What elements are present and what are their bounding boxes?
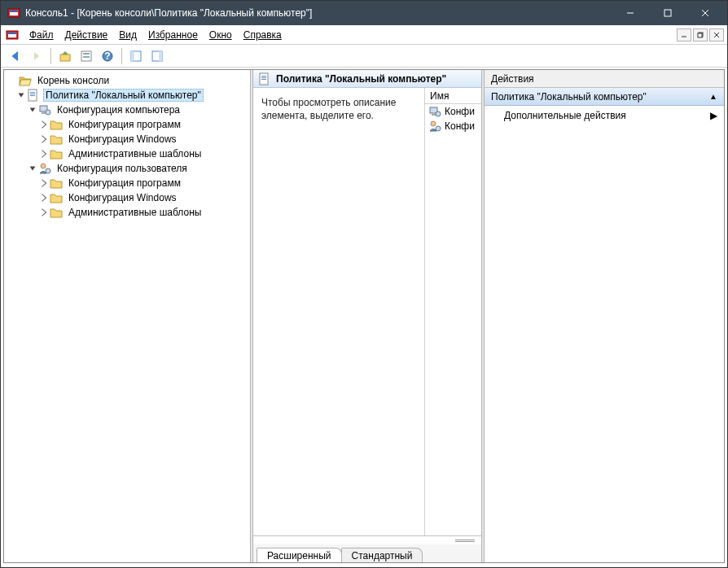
tree-computer-config[interactable]: Конфигурация компьютера — [6, 103, 248, 117]
tree-label: Конфигурация Windows — [66, 133, 179, 146]
expand-icon[interactable] — [38, 207, 50, 218]
menubar: Файл Действие Вид Избранное Окно Справка — [1, 25, 727, 45]
tree-item[interactable]: Административные шаблоны — [6, 205, 248, 220]
column-header-name[interactable]: Имя — [425, 88, 481, 104]
computer-icon — [38, 103, 51, 116]
actions-pane: Действия Политика "Локальный компьютер" … — [485, 70, 724, 562]
menu-view[interactable]: Вид — [113, 28, 143, 42]
svg-rect-23 — [664, 10, 671, 16]
toolbar — [1, 45, 727, 68]
list-item-label: Конфи — [445, 106, 475, 117]
collapse-icon: ▲ — [709, 92, 717, 101]
details-title: Политика "Локальный компьютер" — [276, 73, 446, 85]
up-button[interactable] — [55, 47, 75, 65]
tab-standard[interactable]: Стандартный — [341, 548, 423, 562]
expand-icon[interactable] — [38, 192, 50, 203]
menu-window[interactable]: Окно — [204, 28, 238, 42]
folder-icon — [50, 133, 63, 146]
show-actions-button[interactable] — [147, 47, 167, 65]
list-item-label: Конфи — [445, 120, 475, 132]
mdi-minimize-button[interactable] — [677, 28, 691, 42]
body: Корень консоли Политика "Локальный компь… — [3, 69, 725, 563]
list-item[interactable]: Конфи — [425, 119, 481, 133]
main-window: Консоль1 - [Корень консоли\Политика "Лок… — [0, 0, 728, 568]
tree-item[interactable]: Конфигурация программ — [6, 117, 248, 132]
tree-item[interactable]: Конфигурация Windows — [6, 132, 248, 146]
folder-open-icon — [19, 74, 32, 87]
minimize-button[interactable] — [612, 1, 649, 25]
details-body: Чтобы просмотреть описание элемента, выд… — [253, 88, 481, 536]
tree-root[interactable]: Корень консоли — [6, 73, 248, 88]
forward-button[interactable] — [27, 47, 46, 65]
folder-icon — [50, 177, 63, 190]
folder-icon — [50, 191, 63, 204]
tree-label: Конфигурация компьютера — [55, 103, 182, 116]
expand-icon[interactable] — [38, 133, 50, 145]
document-icon — [27, 89, 40, 102]
mdi-close-button[interactable] — [709, 28, 724, 42]
details-header: Политика "Локальный компьютер" — [253, 70, 481, 88]
svg-rect-28 — [698, 33, 702, 37]
tab-extended[interactable]: Расширенный — [257, 548, 342, 562]
window-title: Консоль1 - [Корень консоли\Политика "Лок… — [25, 7, 612, 19]
tree-label: Конфигурация пользователя — [55, 162, 190, 175]
description-text: Чтобы просмотреть описание элемента, выд… — [253, 88, 424, 535]
actions-group-header[interactable]: Политика "Локальный компьютер" ▲ — [485, 88, 724, 106]
tree-label: Конфигурация программ — [66, 118, 183, 131]
twisty-icon[interactable] — [7, 75, 19, 86]
app-icon — [7, 7, 20, 20]
expand-icon[interactable] — [38, 148, 50, 159]
titlebar: Консоль1 - [Корень консоли\Политика "Лок… — [1, 1, 727, 25]
user-icon — [38, 162, 51, 175]
tree-pane: Корень консоли Политика "Локальный компь… — [4, 70, 250, 562]
show-tree-button[interactable] — [126, 47, 146, 65]
tree-item[interactable]: Административные шаблоны — [6, 146, 248, 161]
folder-icon — [50, 118, 63, 131]
tree-user-config[interactable]: Конфигурация пользователя — [6, 161, 248, 176]
tree-item[interactable]: Конфигурация Windows — [6, 190, 248, 205]
resize-grip[interactable] — [253, 536, 481, 544]
tree-label: Конфигурация программ — [66, 177, 183, 190]
submenu-arrow-icon: ▶ — [710, 110, 717, 121]
tree-label: Административные шаблоны — [66, 206, 204, 219]
actions-group-label: Политика "Локальный компьютер" — [491, 91, 647, 103]
details-pane: Политика "Локальный компьютер" Чтобы про… — [253, 70, 481, 562]
folder-icon — [50, 147, 63, 160]
console-tree[interactable]: Корень консоли Политика "Локальный компь… — [4, 70, 250, 562]
mdi-restore-button[interactable] — [693, 28, 708, 42]
tree-item[interactable]: Конфигурация программ — [6, 176, 248, 190]
tree-label: Политика "Локальный компьютер" — [43, 89, 204, 102]
action-more[interactable]: Дополнительные действия ▶ — [485, 106, 724, 125]
expand-icon[interactable] — [27, 163, 38, 174]
back-button[interactable] — [6, 47, 25, 65]
tree-label: Административные шаблоны — [66, 147, 204, 160]
menu-favorites[interactable]: Избранное — [143, 28, 204, 42]
list-item[interactable]: Конфи — [425, 104, 481, 119]
action-label: Дополнительные действия — [504, 110, 626, 121]
expand-icon[interactable] — [15, 90, 27, 101]
expand-icon[interactable] — [38, 177, 50, 189]
items-list: Имя Конфи Конфи — [424, 88, 481, 535]
tree-label: Корень консоли — [35, 74, 112, 87]
mmc-icon — [6, 28, 19, 42]
properties-button[interactable] — [77, 47, 96, 65]
menu-help[interactable]: Справка — [238, 28, 287, 42]
document-icon — [258, 72, 271, 85]
user-icon — [428, 120, 441, 133]
computer-icon — [428, 105, 441, 118]
tree-label: Конфигурация Windows — [66, 191, 179, 204]
expand-icon[interactable] — [38, 119, 50, 130]
menu-file[interactable]: Файл — [24, 28, 59, 42]
actions-title: Действия — [485, 70, 724, 88]
folder-icon — [50, 206, 63, 219]
tree-policy[interactable]: Политика "Локальный компьютер" — [6, 88, 248, 103]
help-button[interactable] — [98, 47, 117, 65]
view-tabs: Расширенный Стандартный — [253, 544, 481, 562]
expand-icon[interactable] — [27, 104, 38, 116]
menu-action[interactable]: Действие — [59, 28, 114, 42]
maximize-button[interactable] — [649, 1, 686, 25]
close-button[interactable] — [686, 1, 724, 25]
